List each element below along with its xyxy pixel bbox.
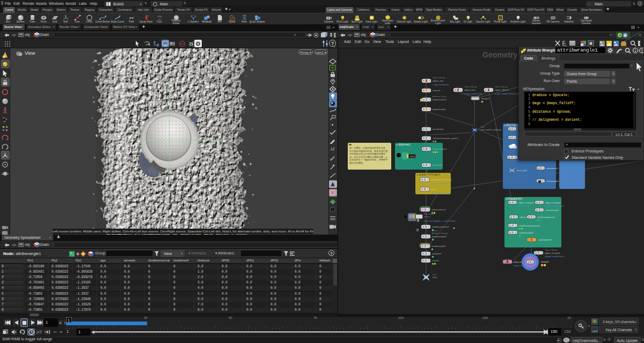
svg-text:?: ? bbox=[641, 49, 643, 53]
